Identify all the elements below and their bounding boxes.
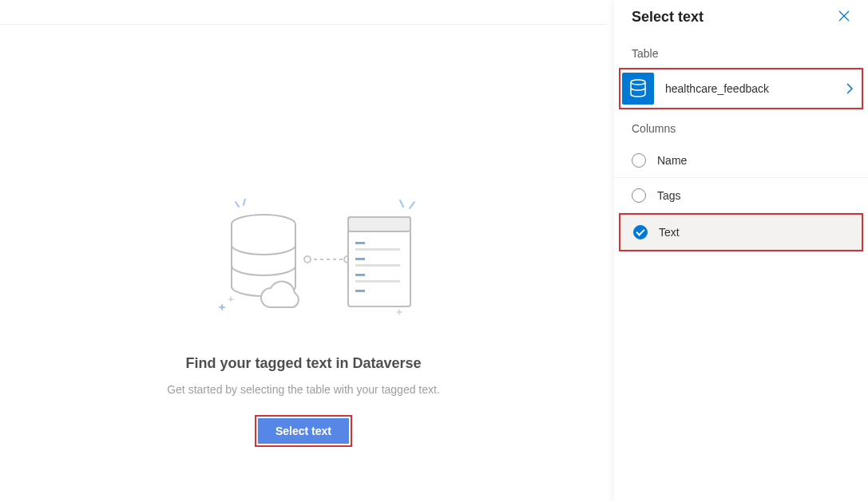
svg-rect-17 <box>355 248 400 251</box>
column-option-text[interactable]: Text <box>620 215 862 250</box>
table-icon <box>622 73 654 105</box>
select-text-button-highlight: Select text <box>255 415 352 447</box>
main-heading: Find your tagged text in Dataverse <box>185 355 421 372</box>
columns-section-label: Columns <box>614 109 868 143</box>
column-option-tags[interactable]: Tags <box>614 178 868 213</box>
radio-unchecked-icon <box>632 188 646 203</box>
svg-line-5 <box>400 200 403 207</box>
column-option-name[interactable]: Name <box>614 143 868 178</box>
main-subheading: Get started by selecting the table with … <box>167 383 440 396</box>
table-selection-highlight: healthcare_feedback <box>619 68 863 109</box>
radio-checked-icon <box>633 225 648 239</box>
svg-rect-20 <box>355 274 365 276</box>
table-name: healthcare_feedback <box>665 82 846 95</box>
svg-rect-15 <box>348 217 410 231</box>
panel-header: Select text <box>614 0 868 34</box>
select-text-button[interactable]: Select text <box>258 418 349 444</box>
close-icon <box>838 10 850 22</box>
svg-rect-16 <box>355 242 365 244</box>
panel-title: Select text <box>632 9 704 26</box>
main-content: Find your tagged text in Dataverse Get s… <box>0 0 607 502</box>
svg-line-4 <box>410 202 414 208</box>
chevron-right-icon <box>846 82 854 95</box>
svg-rect-22 <box>355 290 365 292</box>
svg-line-1 <box>244 199 245 205</box>
column-label: Text <box>659 226 680 239</box>
svg-rect-21 <box>355 280 400 283</box>
select-text-panel: Select text Table healthcare_feedback <box>614 0 868 502</box>
column-selection-highlight: Text <box>619 213 863 251</box>
document-icon <box>347 216 411 312</box>
column-label: Tags <box>657 189 681 202</box>
database-small-icon <box>629 79 647 98</box>
table-selector[interactable]: healthcare_feedback <box>620 69 862 108</box>
svg-point-25 <box>631 80 645 85</box>
column-label: Name <box>657 154 687 167</box>
svg-rect-18 <box>355 258 365 260</box>
svg-line-0 <box>236 202 239 207</box>
radio-unchecked-icon <box>632 153 646 168</box>
database-icon <box>228 213 307 317</box>
table-section-label: Table <box>614 34 868 68</box>
svg-rect-19 <box>355 264 400 267</box>
close-button[interactable] <box>834 6 854 28</box>
dataverse-illustration <box>188 199 419 326</box>
